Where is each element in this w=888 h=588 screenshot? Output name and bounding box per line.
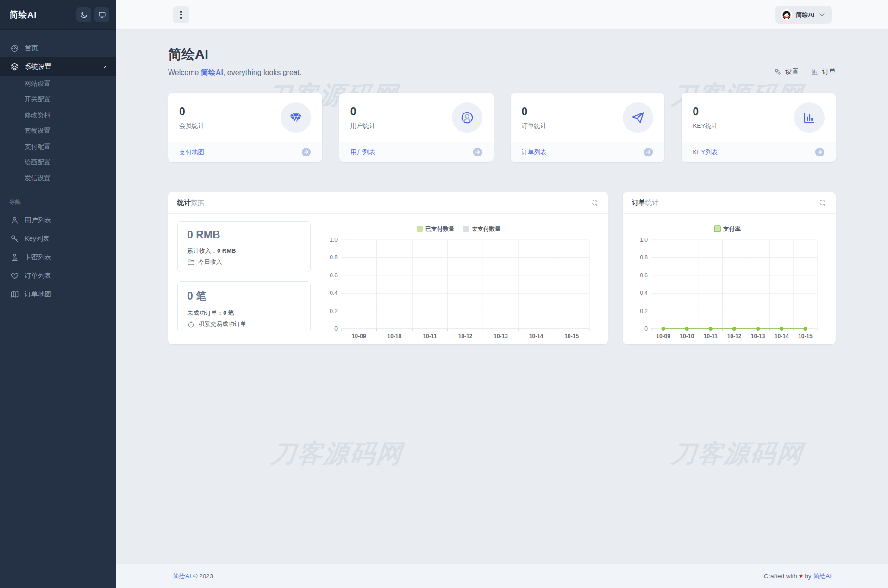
orders-line: 未成功订单：0 笔	[187, 309, 301, 317]
user-name: 简绘AI	[796, 11, 815, 19]
svg-text:10-14: 10-14	[775, 333, 789, 339]
watermark: 刀客源码网	[269, 437, 405, 471]
monitor-icon	[98, 11, 106, 19]
sidebar-subitem-发信设置[interactable]: 发信设置	[0, 170, 116, 186]
header-action-订单[interactable]: 订单	[811, 67, 836, 76]
svg-text:10-15: 10-15	[564, 333, 579, 339]
header-actions: 设置订单	[774, 67, 836, 78]
sidebar-item-Key列表[interactable]: Key列表	[0, 229, 116, 248]
sidebar-item-订单地图[interactable]: 订单地图	[0, 285, 116, 303]
stat-cards-row: 0 会员统计 支付地图 0 用户统计 用户列表 0 订单统计	[168, 93, 836, 162]
svg-text:10-10: 10-10	[680, 333, 694, 339]
refresh-button[interactable]	[819, 199, 826, 206]
refresh-button[interactable]	[591, 199, 599, 206]
svg-text:10-12: 10-12	[458, 333, 473, 339]
stat-card-link-订单列表[interactable]: 订单列表	[522, 148, 547, 156]
arrow-circle-icon[interactable]	[815, 147, 825, 157]
display-mode-button[interactable]	[94, 7, 109, 22]
orders-panel-body: 支付率1.00.80.60.40.2010-0910-1010-1110-121…	[623, 214, 836, 355]
orders-caption: 积累交易成功订单	[187, 320, 301, 328]
arrow-circle-icon[interactable]	[644, 147, 653, 157]
sidebar-subitem-支付配置[interactable]: 支付配置	[0, 139, 116, 155]
sidebar-subitem-套餐设置[interactable]: 套餐设置	[0, 123, 116, 139]
stats-panel-header: 统计数据	[168, 192, 608, 214]
sidebar-item-订单列表[interactable]: 订单列表	[0, 266, 116, 285]
stat-card-body: 0 用户统计	[339, 93, 494, 142]
footer: 简绘AI © 2023 Crafted with ♥ by 简绘AI	[116, 564, 888, 588]
footer-brand-link[interactable]: 简绘AI	[173, 573, 191, 580]
stat-label: 用户统计	[350, 122, 375, 130]
stat-value: 0	[693, 106, 718, 118]
stat-card-订单统计: 0 订单统计 订单列表	[511, 93, 665, 162]
svg-text:1.0: 1.0	[330, 237, 338, 243]
diamond-icon	[289, 111, 303, 125]
sidebar-item-系统设置[interactable]: 系统设置	[0, 57, 116, 76]
stat-card-footer: KEY列表	[682, 142, 836, 162]
svg-text:0.8: 0.8	[640, 254, 648, 261]
sidebar-submenu: 网站设置开关配置修改资料套餐设置支付配置绘画配置发信设置	[0, 76, 116, 186]
page-container: 简绘AI Welcome 简绘AI, everything looks grea…	[168, 45, 836, 344]
stat-icon-circle	[281, 102, 311, 133]
sidebar-subitem-开关配置[interactable]: 开关配置	[0, 92, 116, 107]
orders-line-chart: 支付率1.00.80.60.40.2010-0910-1010-1110-121…	[632, 221, 823, 345]
stat-card-link-用户列表[interactable]: 用户列表	[350, 148, 375, 156]
refresh-icon	[819, 199, 826, 206]
user-menu[interactable]: 简绘AI	[775, 6, 832, 24]
topbar-menu-button[interactable]	[173, 6, 189, 23]
stat-card-body: 0 KEY统计	[682, 93, 836, 142]
svg-text:0.8: 0.8	[330, 254, 338, 261]
page-title: 简绘AI	[168, 45, 302, 64]
svg-text:10-11: 10-11	[423, 333, 437, 339]
sidebar-item-label: 订单地图	[25, 290, 51, 299]
income-caption: 今日收入	[187, 258, 301, 266]
kebab-icon	[180, 11, 182, 19]
clock-icon	[187, 320, 195, 328]
stat-card-link-KEY列表[interactable]: KEY列表	[693, 148, 718, 156]
stat-value: 0	[179, 106, 204, 118]
sidebar-subitem-绘画配置[interactable]: 绘画配置	[0, 155, 116, 170]
stat-card-link-支付地图[interactable]: 支付地图	[179, 148, 204, 156]
svg-text:10-12: 10-12	[727, 333, 742, 339]
sidebar-subitem-修改资料[interactable]: 修改资料	[0, 107, 116, 123]
stat-card-body: 0 订单统计	[511, 93, 665, 142]
moon-icon	[80, 11, 88, 19]
arrow-circle-icon[interactable]	[473, 147, 482, 157]
sidebar-item-用户列表[interactable]: 用户列表	[0, 211, 116, 229]
stats-panel-body: 0 RMB 累计收入：0 RMB 今日收入 0 笔 未成功订单：0 笔 积累交易…	[168, 214, 608, 355]
layers-icon	[10, 63, 19, 71]
dark-mode-button[interactable]	[76, 7, 91, 22]
dashboard-icon	[10, 44, 19, 53]
svg-text:已支付数量: 已支付数量	[425, 226, 455, 232]
chevron-down-icon	[818, 11, 826, 19]
welcome-user-link[interactable]: 简绘AI	[201, 69, 223, 76]
arrow-circle-icon[interactable]	[301, 147, 311, 157]
sidebar-item-首页[interactable]: 首页	[0, 39, 116, 57]
sidebar-item-label: 订单列表	[25, 271, 51, 280]
sidebar-item-卡密列表[interactable]: 卡密列表	[0, 248, 116, 266]
svg-text:10-15: 10-15	[798, 333, 813, 339]
sidebar-subitem-网站设置[interactable]: 网站设置	[0, 76, 116, 92]
svg-text:未支付数量: 未支付数量	[471, 226, 501, 232]
user-circle-icon	[460, 111, 474, 125]
orders-panel-header: 订单统计	[623, 192, 836, 214]
page-header: 简绘AI Welcome 简绘AI, everything looks grea…	[168, 45, 836, 78]
header-action-设置[interactable]: 设置	[774, 67, 799, 76]
qq-avatar	[781, 9, 792, 20]
svg-text:10-13: 10-13	[494, 333, 508, 339]
sidebar-item-label: 系统设置	[25, 63, 51, 71]
orders-box: 0 笔 未成功订单：0 笔 积累交易成功订单	[177, 281, 311, 332]
gears-icon	[774, 68, 782, 75]
header-action-label: 设置	[785, 67, 799, 76]
income-line: 累计收入：0 RMB	[187, 247, 301, 255]
key-icon	[10, 234, 19, 243]
orders-panel: 订单统计 支付率1.00.80.60.40.2010-0910-1010-111…	[623, 192, 836, 344]
svg-text:10-14: 10-14	[529, 333, 544, 339]
footer-author-link[interactable]: 简绘AI	[813, 573, 832, 580]
svg-text:10-09: 10-09	[656, 333, 670, 339]
sidebar-item-label: 首页	[25, 44, 38, 53]
stat-card-KEY统计: 0 KEY统计 KEY列表	[682, 93, 836, 162]
sidebar-header: 简绘AI	[0, 0, 116, 30]
stat-card-body: 0 会员统计	[168, 93, 322, 142]
svg-text:0.6: 0.6	[330, 272, 338, 279]
svg-text:0.4: 0.4	[640, 290, 648, 296]
